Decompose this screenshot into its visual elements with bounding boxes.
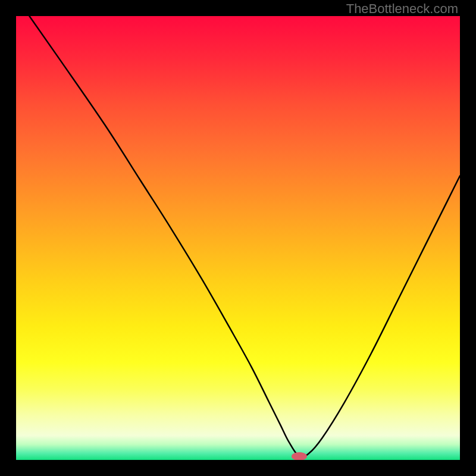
- plot-area: [16, 16, 460, 460]
- chart-canvas: [16, 16, 460, 460]
- gradient-background: [16, 16, 460, 460]
- chart-frame: TheBottleneck.com: [0, 0, 476, 476]
- watermark-text: TheBottleneck.com: [346, 1, 458, 17]
